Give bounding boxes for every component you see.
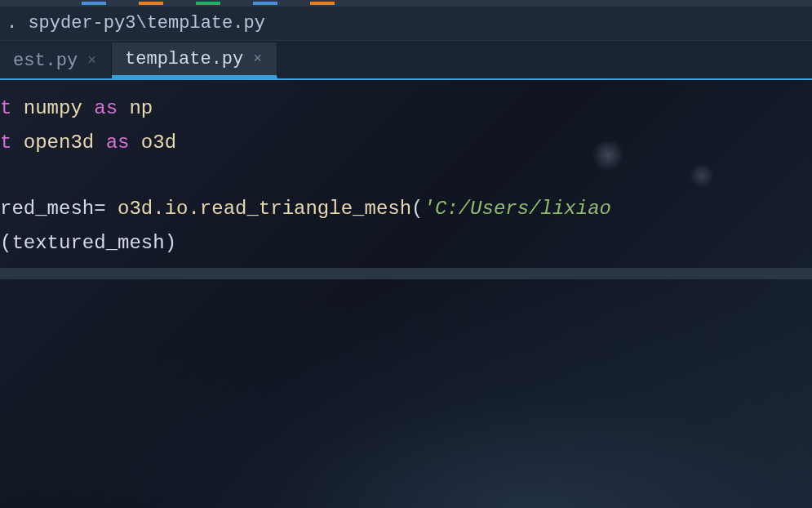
code-line: (textured_mesh) xyxy=(0,226,812,261)
code-line: t open3d as o3d xyxy=(0,126,812,160)
toolbar xyxy=(0,0,812,7)
paren: ) xyxy=(165,232,176,254)
module: numpy xyxy=(24,97,82,119)
close-icon[interactable]: × xyxy=(86,52,98,69)
toolbar-icon[interactable] xyxy=(253,2,277,5)
tab-label: template.py xyxy=(125,49,243,69)
close-icon[interactable]: × xyxy=(251,51,264,67)
code-editor[interactable]: t numpy as np t open3d as o3d red_mesh= … xyxy=(0,80,812,291)
toolbar-icon[interactable] xyxy=(82,2,106,5)
separator xyxy=(0,268,812,279)
blank-line xyxy=(0,161,812,192)
alias: o3d xyxy=(141,131,176,154)
code-line: red_mesh= o3d.io.read_triangle_mesh('C:/… xyxy=(0,192,812,226)
tab-est[interactable]: est.py × xyxy=(0,42,112,78)
operator: = xyxy=(94,198,105,220)
tab-bar: est.py × template.py × xyxy=(0,41,812,80)
toolbar-icon[interactable] xyxy=(310,2,335,5)
paren: ( xyxy=(411,198,423,220)
file-path-bar: . spyder-py3\template.py xyxy=(0,7,812,41)
keyword: t xyxy=(0,97,11,119)
tab-template[interactable]: template.py × xyxy=(112,42,277,78)
keyword: as xyxy=(106,131,130,154)
code-line: t numpy as np xyxy=(0,91,812,126)
toolbar-icon[interactable] xyxy=(196,2,220,5)
string-literal: 'C:/Users/lixiao xyxy=(424,198,611,220)
alias: np xyxy=(129,97,153,119)
keyword: as xyxy=(94,97,118,119)
function-call: o3d.io.read_triangle_mesh xyxy=(118,198,411,220)
module: open3d xyxy=(24,131,94,154)
toolbar-icon[interactable] xyxy=(139,2,163,5)
keyword: t xyxy=(0,131,11,154)
file-path-text: . spyder-py3\template.py xyxy=(7,13,265,33)
tab-label: est.py xyxy=(13,51,78,71)
variable: red_mesh xyxy=(0,198,94,220)
variable: textured_mesh xyxy=(11,232,164,254)
paren: ( xyxy=(0,232,11,254)
screen-reflection xyxy=(0,279,812,508)
